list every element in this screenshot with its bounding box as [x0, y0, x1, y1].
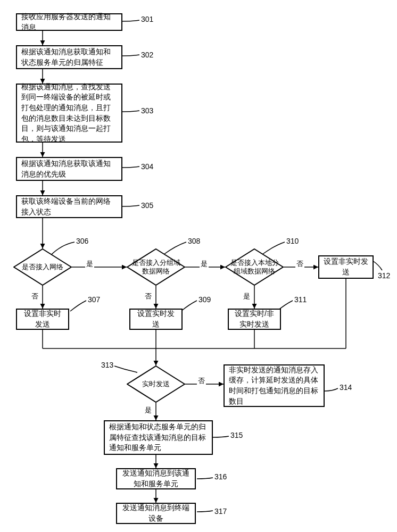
edge-yes: 是 [200, 259, 209, 269]
step-316: 发送通知消息到该通知和服务单元 [116, 468, 196, 489]
step-304: 根据该通知消息获取该通知消息的优先级 [16, 157, 122, 181]
label-301: 301 [141, 15, 153, 23]
decision-306: 是否接入网络 [13, 248, 72, 286]
label-312: 312 [378, 271, 390, 280]
step-303: 根据该通知消息，查找发送到同一终端设备的被延时或打包处理的通知消息，且打包的消息… [16, 84, 122, 143]
label-316: 316 [214, 472, 227, 481]
label-303: 303 [141, 106, 153, 115]
step-text: 设置实时发送 [135, 309, 177, 329]
label-313: 313 [101, 361, 113, 369]
step-307: 设置非实时发送 [16, 309, 69, 330]
step-text: 发送通知消息到该通知和服务单元 [121, 468, 191, 489]
edge-no: 否 [30, 292, 39, 301]
step-314: 非实时发送的通知消息存入缓存，计算延时发送的具体时间和打包通知消息的目标数目 [224, 364, 325, 407]
label-310: 310 [286, 237, 299, 245]
edge-yes: 是 [144, 405, 153, 415]
step-315: 根据通知和状态服务单元的归属特征查找该通知消息的目标通知和服务单元 [104, 420, 213, 455]
decision-310: 是否接入本地分组域数据网络 [225, 248, 284, 286]
label-308: 308 [188, 237, 200, 245]
decision-text: 是否接入分组域数据网络 [127, 259, 185, 275]
step-text: 设置实时/非实时发送 [233, 309, 276, 329]
edge-no: 否 [144, 292, 153, 301]
decision-313: 实时发送 [127, 365, 185, 403]
label-314: 314 [340, 383, 352, 392]
edge-no: 否 [197, 376, 206, 386]
label-317: 317 [214, 507, 227, 516]
decision-text: 是否接入网络 [19, 263, 67, 271]
step-305: 获取该终端设备当前的网络接入状态 [16, 195, 122, 218]
step-text: 设置非实时发送 [21, 309, 64, 329]
decision-text: 是否接入本地分组域数据网络 [225, 259, 284, 275]
label-304: 304 [141, 162, 153, 171]
step-text: 获取该终端设备当前的网络接入状态 [21, 196, 117, 217]
decision-308: 是否接入分组域数据网络 [127, 248, 185, 286]
step-text: 非实时发送的通知消息存入缓存，计算延时发送的具体时间和打包通知消息的目标数目 [229, 365, 319, 406]
step-text: 根据该通知消息获取该通知消息的优先级 [21, 159, 117, 179]
label-311: 311 [294, 295, 307, 304]
step-text: 根据通知和状态服务单元的归属特征查找该通知消息的目标通知和服务单元 [109, 422, 208, 453]
step-317: 发送通知消息到终端设备 [116, 503, 196, 524]
step-text: 根据该通知消息获取通知和状态服务单元的归属特征 [21, 47, 117, 68]
step-309: 设置实时发送 [129, 309, 183, 330]
edge-yes: 是 [85, 259, 94, 269]
label-305: 305 [141, 201, 153, 210]
label-307: 307 [88, 295, 100, 304]
label-309: 309 [198, 295, 211, 304]
step-311: 设置实时/非实时发送 [228, 309, 281, 330]
step-text: 接收应用服务器发送的通知消息 [21, 12, 117, 32]
step-301: 接收应用服务器发送的通知消息 [16, 13, 122, 31]
step-302: 根据该通知消息获取通知和状态服务单元的归属特征 [16, 45, 122, 69]
label-302: 302 [141, 51, 153, 59]
label-306: 306 [76, 237, 88, 245]
edge-yes: 是 [242, 292, 251, 301]
step-312: 设置非实时发送 [318, 255, 374, 279]
decision-text: 实时发送 [139, 380, 173, 388]
step-text: 设置非实时发送 [324, 256, 368, 277]
step-text: 发送通知消息到终端设备 [121, 503, 191, 523]
label-315: 315 [230, 431, 243, 439]
step-text: 根据该通知消息，查找发送到同一终端设备的被延时或打包处理的通知消息，且打包的消息… [21, 82, 117, 145]
edge-no: 否 [295, 259, 304, 269]
